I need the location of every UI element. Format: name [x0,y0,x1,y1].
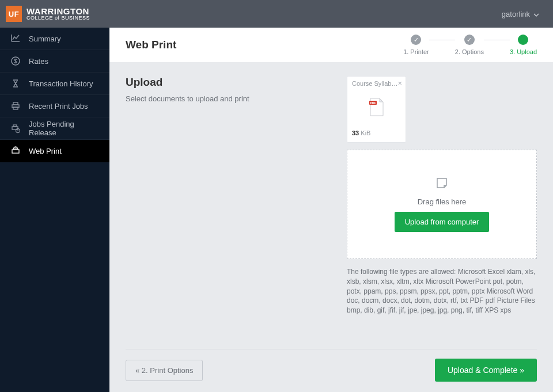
step-label: 2. Options [455,48,484,55]
sidebar-item-label: Rates [29,57,48,66]
printer-clock-icon [10,123,21,134]
sidebar-item-rates[interactable]: Rates [0,50,109,73]
user-name: gatorlink [502,10,530,18]
upload-from-computer-button[interactable]: Upload from computer [395,212,490,232]
step-indicator: 1. Printer 2. Options 3. Upload [403,35,537,55]
sidebar-item-recent-print-jobs[interactable]: Recent Print Jobs [0,95,109,117]
upload-info: Upload Select documents to upload and pr… [126,76,249,259]
sticky-note-icon [435,177,448,192]
step-line [484,40,510,40]
top-bar: UF WARRINGTON COLLEGE of BUSINESS gatorl… [0,0,553,28]
main-content: Web Print 1. Printer 2. Options 3. Uploa… [109,28,553,392]
content-area: Upload Select documents to upload and pr… [109,62,553,392]
footer-actions: « 2. Print Options Upload & Complete » [126,349,537,382]
sidebar-item-label: Recent Print Jobs [29,102,88,111]
step-options[interactable]: 2. Options [455,35,484,55]
web-print-icon [10,146,21,156]
page-header: Web Print 1. Printer 2. Options 3. Uploa… [109,28,553,62]
sidebar-item-web-print[interactable]: Web Print [0,140,109,162]
close-icon[interactable]: × [397,79,402,87]
drag-text: Drag files here [418,197,467,206]
file-size: 33 KiB [352,130,401,136]
sidebar-item-summary[interactable]: Summary [0,28,109,50]
upload-description: Select documents to upload and print [126,94,249,103]
check-icon [411,35,421,45]
upload-heading: Upload [126,76,249,89]
sidebar: Summary Rates Transaction History Recent… [0,28,109,392]
step-upload[interactable]: 3. Upload [510,35,537,55]
sidebar-item-transaction-history[interactable]: Transaction History [0,73,109,95]
file-name: Course Syllabus… [352,80,398,87]
brand-logo: UF WARRINGTON COLLEGE of BUSINESS [6,6,90,22]
dollar-icon [10,56,21,66]
sidebar-item-label: Transaction History [29,79,93,88]
svg-rect-3 [13,107,18,109]
sidebar-item-label: Web Print [29,147,62,155]
brand-text: WARRINGTON COLLEGE of BUSINESS [26,7,90,21]
step-line [429,40,455,40]
hourglass-icon [10,78,21,89]
page-title: Web Print [126,39,176,51]
allowed-file-types: The following file types are allowed: Mi… [347,267,537,315]
brand-subtitle: COLLEGE of BUSINESS [26,16,90,21]
brand-badge: UF [6,6,22,22]
step-current-icon [518,35,528,45]
uploaded-file-card: × Course Syllabus… PDF 33 KiB [347,76,406,143]
check-icon [464,35,475,45]
brand-title: WARRINGTON [26,7,90,16]
user-menu[interactable]: gatorlink [502,10,539,18]
svg-text:PDF: PDF [370,101,376,105]
chart-line-icon [10,33,21,44]
sidebar-item-jobs-pending-release[interactable]: Jobs Pending Release [0,117,109,140]
pdf-file-icon: PDF [352,87,401,130]
back-button[interactable]: « 2. Print Options [126,360,203,381]
printer-icon [10,101,21,111]
step-label: 1. Printer [403,48,429,55]
upload-complete-button[interactable]: Upload & Complete » [435,359,537,382]
svg-rect-5 [13,125,17,127]
sidebar-item-label: Summary [29,35,61,43]
chevron-down-icon [533,10,539,18]
sidebar-item-label: Jobs Pending Release [29,120,99,137]
svg-rect-7 [12,150,19,153]
step-printer[interactable]: 1. Printer [403,35,429,55]
step-label: 3. Upload [510,48,537,55]
dropzone[interactable]: Drag files here Upload from computer [347,150,537,259]
